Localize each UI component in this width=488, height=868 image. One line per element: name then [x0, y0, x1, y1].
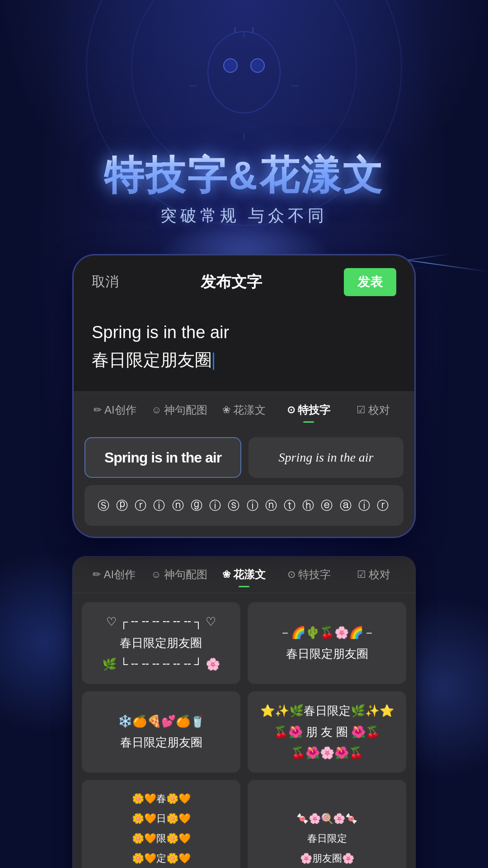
hw2-line1: －🌈🌵🍒🌸🌈－ — [279, 622, 375, 643]
tab-teji-2[interactable]: ⊙ 特技字 — [277, 564, 342, 585]
huawen-card-3[interactable]: ❄️🍊🍕💕🍊🥤 春日限定朋友圈 — [82, 691, 240, 773]
tab-teji-label: 特技字 — [298, 403, 330, 417]
tab-ai-create-2[interactable]: ✏ AI创作 — [82, 564, 147, 585]
tab-huawen-1[interactable]: ❀ 花漾文 — [212, 399, 277, 421]
phone-frame: 取消 发布文字 发表 Spring is in the air 春日限定朋友圈 … — [72, 254, 416, 538]
huawen-card-6[interactable]: 🍬🌸🍭🌸🍬 春日限定 🌸朋友圈🌸 🍬🌸🍭🌸🍬 🍬🌸🌸🍬 — [248, 780, 406, 868]
proofread-icon-2: ☑ — [357, 569, 366, 580]
tab-proofread-label-1: 校对 — [368, 403, 390, 417]
hw5-line3: 🌼🧡限🌼🧡 — [132, 829, 191, 849]
tab-proofread-1[interactable]: ☑ 校对 — [341, 399, 405, 421]
matching-pic-icon: ☺ — [151, 404, 161, 416]
teji-icon-2: ⊙ — [287, 569, 296, 580]
huawen-icon-2: ❀ — [222, 569, 230, 580]
editor-text-line1: Spring is in the air — [92, 319, 396, 346]
hw3-line1: ❄️🍊🍕💕🍊🥤 — [118, 711, 205, 732]
tab-ai-create-label-2: AI创作 — [103, 567, 136, 582]
style-card-circle[interactable]: Ⓢ ⓟ ⓡ ⓘ ⓝ ⓖ ⓘ ⓢ ⓘ ⓝ ⓣ ⓗ ⓔ ⓐ ⓘ ⓡ — [84, 485, 404, 526]
subtitle: 突破常规 与众不同 — [160, 205, 328, 227]
hw2-line2: 春日限定朋友圈 — [279, 643, 375, 665]
hw4-line3: 🍒🌺🌸🌺🍒 — [260, 742, 394, 764]
hw1-line2: 春日限定朋友圈 — [102, 632, 221, 654]
hw5-line4: 🌼🧡定🌼🧡 — [132, 849, 191, 868]
style-card-italic[interactable]: Spring is in the air — [249, 437, 404, 478]
editor-content-area[interactable]: Spring is in the air 春日限定朋友圈 — [74, 305, 414, 392]
ai-create-icon-2: ✏ — [93, 569, 101, 580]
tab-proofread-label-2: 校对 — [369, 567, 390, 582]
proofread-icon-1: ☑ — [357, 404, 366, 416]
huawen-panel: ✏ AI创作 ☺ 神句配图 ❀ 花漾文 ⊙ 特技字 ☑ 校对 — [72, 556, 416, 868]
huawen-card-4-text: ⭐✨🌿春日限定🌿✨⭐ 🍒🌺 朋 友 圈 🌺🍒 🍒🌺🌸🌺🍒 — [260, 700, 394, 764]
tab-proofread-2[interactable]: ☑ 校对 — [341, 564, 406, 585]
huawen-card-4[interactable]: ⭐✨🌿春日限定🌿✨⭐ 🍒🌺 朋 友 圈 🌺🍒 🍒🌺🌸🌺🍒 — [248, 691, 406, 773]
huawen-card-1-text: ♡ ┌ ╌ ╌ ╌ ╌ ╌ ╌ ┐ ♡ 春日限定朋友圈 🌿 └ ╌ ╌ ╌ ╌ … — [102, 611, 221, 675]
matching-pic-icon-2: ☺ — [151, 569, 161, 580]
tab-huawen-label-1: 花漾文 — [233, 403, 266, 417]
publish-button[interactable]: 发表 — [344, 268, 396, 296]
huawen-card-3-text: ❄️🍊🍕💕🍊🥤 春日限定朋友圈 — [118, 711, 205, 753]
style-card-bold[interactable]: Spring is in the air — [84, 437, 241, 478]
tab-huawen-label-2: 花漾文 — [233, 567, 266, 582]
huawen-card-1[interactable]: ♡ ┌ ╌ ╌ ╌ ╌ ╌ ╌ ┐ ♡ 春日限定朋友圈 🌿 └ ╌ ╌ ╌ ╌ … — [82, 602, 240, 684]
style-text-bold-preview: Spring is in the air — [104, 449, 221, 466]
style-options-panel: Spring is in the air Spring is in the ai… — [74, 428, 414, 537]
hw6-line2: 春日限定 — [296, 829, 357, 849]
hw5-line2: 🌼🧡日🌼🧡 — [132, 809, 191, 829]
tab-huawen-2[interactable]: ❀ 花漾文 — [211, 564, 277, 585]
huawen-card-2-text: －🌈🌵🍒🌸🌈－ 春日限定朋友圈 — [279, 622, 375, 665]
style-text-circle-preview: Ⓢ ⓟ ⓡ ⓘ ⓝ ⓖ ⓘ ⓢ ⓘ ⓝ ⓣ ⓗ ⓔ ⓐ ⓘ ⓡ — [98, 498, 390, 514]
hw3-line2: 春日限定朋友圈 — [118, 732, 205, 753]
tab-matching-pic[interactable]: ☺ 神句配图 — [147, 399, 212, 421]
toolbar-tabs-2: ✏ AI创作 ☺ 神句配图 ❀ 花漾文 ⊙ 特技字 ☑ 校对 — [73, 557, 415, 593]
tab-matching-pic-label-2: 神句配图 — [164, 567, 207, 582]
toolbar-tabs-1: ✏ AI创作 ☺ 神句配图 ❀ 花漾文 ⊙ 特技字 ☑ 校对 — [74, 392, 414, 428]
huawen-card-6-text: 🍬🌸🍭🌸🍬 春日限定 🌸朋友圈🌸 🍬🌸🍭🌸🍬 🍬🌸🌸🍬 — [296, 809, 357, 868]
huawen-card-5-text: 🌼🧡春🌼🧡 🌼🧡日🌼🧡 🌼🧡限🌼🧡 🌼🧡定🌼🧡 🌼🧡朋🌼🧡 🌼🧡友🌼🧡 🌼🧡圈🌼… — [132, 789, 191, 868]
hw5-line1: 🌼🧡春🌼🧡 — [132, 789, 191, 809]
hw6-line3: 🌸朋友圈🌸 — [296, 849, 357, 868]
teji-icon: ⊙ — [287, 404, 295, 416]
main-title: 特技字&花漾文 — [104, 154, 384, 198]
tab-matching-pic-2[interactable]: ☺ 神句配图 — [147, 564, 212, 585]
style-row-2: Ⓢ ⓟ ⓡ ⓘ ⓝ ⓖ ⓘ ⓢ ⓘ ⓝ ⓣ ⓗ ⓔ ⓐ ⓘ ⓡ — [84, 485, 404, 526]
style-row-1: Spring is in the air Spring is in the ai… — [84, 437, 404, 478]
editor-text-line2: 春日限定朋友圈 — [92, 346, 396, 374]
phone-mockup: 取消 发布文字 发表 Spring is in the air 春日限定朋友圈 … — [72, 254, 416, 538]
main-content: 特技字&花漾文 突破常规 与众不同 取消 发布文字 发表 Spring is i… — [0, 0, 488, 868]
tab-teji-label-2: 特技字 — [298, 567, 331, 582]
tab-ai-create-label: AI创作 — [104, 403, 136, 417]
huawen-card-2[interactable]: －🌈🌵🍒🌸🌈－ 春日限定朋友圈 — [248, 602, 406, 684]
cancel-button[interactable]: 取消 — [92, 273, 119, 291]
hw4-line2: 🍒🌺 朋 友 圈 🌺🍒 — [260, 722, 394, 743]
huawen-card-5[interactable]: 🌼🧡春🌼🧡 🌼🧡日🌼🧡 🌼🧡限🌼🧡 🌼🧡定🌼🧡 🌼🧡朋🌼🧡 🌼🧡友🌼🧡 🌼🧡圈🌼… — [82, 780, 240, 868]
tab-matching-pic-label: 神句配图 — [164, 403, 207, 417]
huawen-icon-1: ❀ — [222, 404, 230, 416]
style-text-italic-preview: Spring is in the air — [278, 450, 373, 465]
editor-title: 发布文字 — [201, 272, 262, 292]
ai-create-icon: ✏ — [94, 404, 102, 416]
hw4-line1: ⭐✨🌿春日限定🌿✨⭐ — [260, 700, 394, 722]
hw1-line1: ♡ ┌ ╌ ╌ ╌ ╌ ╌ ╌ ┐ ♡ — [102, 611, 221, 632]
huawen-grid: ♡ ┌ ╌ ╌ ╌ ╌ ╌ ╌ ┐ ♡ 春日限定朋友圈 🌿 └ ╌ ╌ ╌ ╌ … — [73, 593, 415, 868]
hw1-line3: 🌿 └ ╌ ╌ ╌ ╌ ╌ ╌ ┘ 🌸 — [102, 654, 221, 675]
editor-header: 取消 发布文字 发表 — [74, 255, 414, 305]
tab-ai-create[interactable]: ✏ AI创作 — [83, 399, 147, 421]
hw6-line1: 🍬🌸🍭🌸🍬 — [296, 809, 357, 829]
text-cursor — [213, 353, 214, 370]
tab-teji[interactable]: ⊙ 特技字 — [276, 399, 341, 421]
